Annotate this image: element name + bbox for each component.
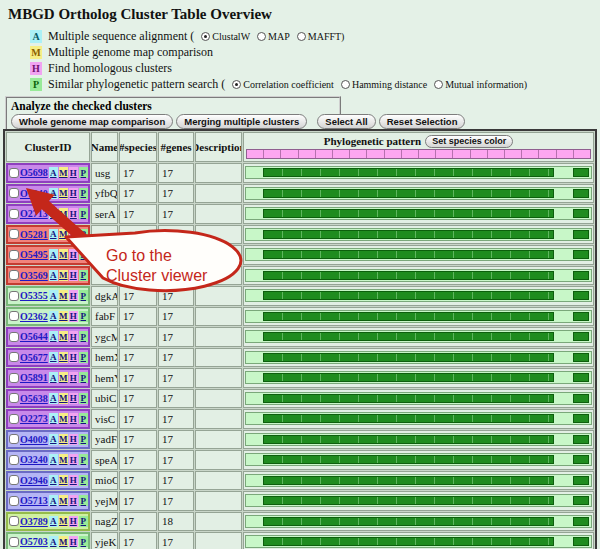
alignment-action-icon[interactable]: A	[49, 516, 58, 527]
genome-map-action-icon[interactable]: M	[59, 434, 68, 445]
phylogenetic-pattern-bar[interactable]	[245, 515, 592, 528]
genome-map-action-icon[interactable]: M	[59, 167, 68, 178]
alignment-action-icon[interactable]: A	[49, 393, 58, 404]
species-column-cell[interactable]	[522, 150, 539, 158]
row-checkbox[interactable]	[9, 516, 19, 526]
row-checkbox[interactable]	[9, 250, 19, 260]
genome-map-action-icon[interactable]: M	[59, 331, 68, 342]
homologous-action-icon[interactable]: H	[69, 331, 78, 342]
phylo-pattern-action-icon[interactable]: P	[79, 188, 88, 199]
phylogenetic-pattern-bar[interactable]	[245, 289, 592, 302]
phylogenetic-pattern-bar[interactable]	[245, 392, 592, 405]
cluster-id-link[interactable]: O5638	[20, 393, 48, 404]
species-column-cell[interactable]	[367, 150, 384, 158]
phylo-pattern-action-icon[interactable]: P	[79, 516, 88, 527]
species-column-cell[interactable]	[333, 150, 350, 158]
homologous-action-icon[interactable]: H	[69, 454, 78, 465]
row-checkbox[interactable]	[9, 168, 19, 178]
row-checkbox[interactable]	[9, 393, 19, 403]
phylogenetic-pattern-bar[interactable]	[245, 228, 592, 241]
phylogenetic-pattern-bar[interactable]	[245, 187, 592, 200]
cluster-id-link[interactable]: O2362	[20, 311, 48, 322]
phylo-pattern-action-icon[interactable]: P	[79, 495, 88, 506]
set-species-color-button[interactable]: Set species color	[425, 135, 513, 148]
cluster-id-link[interactable]: O2713	[20, 208, 48, 219]
species-column-cell[interactable]	[436, 150, 453, 158]
species-column-cell[interactable]	[281, 150, 298, 158]
phylogenetic-pattern-bar[interactable]	[245, 412, 592, 425]
species-column-cell[interactable]	[557, 150, 574, 158]
genome-map-action-icon[interactable]: M	[59, 249, 68, 260]
phylogenetic-pattern-bar[interactable]	[245, 248, 592, 261]
phylo-pattern-action-icon[interactable]: P	[79, 434, 88, 445]
alignment-action-icon[interactable]: A	[49, 311, 58, 322]
cluster-id-link[interactable]: O5677	[20, 352, 48, 363]
row-checkbox[interactable]	[9, 496, 19, 506]
phylo-pattern-action-icon[interactable]: P	[79, 249, 88, 260]
phylogenetic-pattern-bar[interactable]	[245, 166, 592, 179]
phylo-pattern-action-icon[interactable]: P	[79, 475, 88, 486]
species-column-cell[interactable]	[488, 150, 505, 158]
homologous-action-icon[interactable]: H	[69, 516, 78, 527]
alignment-action-icon[interactable]: A	[49, 372, 58, 383]
homologous-action-icon[interactable]: H	[69, 372, 78, 383]
genome-map-action-icon[interactable]: M	[59, 516, 68, 527]
row-checkbox[interactable]	[9, 209, 19, 219]
genome-map-action-icon[interactable]: M	[59, 290, 68, 301]
species-column-cell[interactable]	[505, 150, 522, 158]
species-column-cell[interactable]	[385, 150, 402, 158]
genome-map-action-icon[interactable]: M	[59, 311, 68, 322]
cluster-id-link[interactable]: O4009	[20, 434, 48, 445]
homologous-action-icon[interactable]: H	[69, 495, 78, 506]
species-column-cell[interactable]	[539, 150, 556, 158]
cluster-id-link[interactable]: O1240	[20, 188, 48, 199]
species-column-cell[interactable]	[419, 150, 436, 158]
phylogenetic-pattern-bar[interactable]	[245, 494, 592, 507]
cluster-id-link[interactable]: O3240	[20, 454, 48, 465]
homologous-action-icon[interactable]: H	[69, 188, 78, 199]
phylo-pattern-action-icon[interactable]: P	[79, 536, 88, 547]
alignment-action-icon[interactable]: A	[49, 536, 58, 547]
radio-hamming-distance[interactable]	[341, 80, 350, 89]
genome-map-action-icon[interactable]: M	[59, 475, 68, 486]
row-checkbox[interactable]	[9, 475, 19, 485]
row-checkbox[interactable]	[9, 188, 19, 198]
genome-map-action-icon[interactable]: M	[59, 536, 68, 547]
genome-map-action-icon[interactable]: M	[59, 495, 68, 506]
radio-mafft[interactable]	[297, 32, 306, 41]
alignment-action-icon[interactable]: A	[49, 208, 58, 219]
phylogenetic-pattern-bar[interactable]	[245, 474, 592, 487]
alignment-action-icon[interactable]: A	[49, 188, 58, 199]
radio-mutual-information[interactable]	[434, 80, 443, 89]
phylo-pattern-action-icon[interactable]: P	[79, 290, 88, 301]
row-checkbox[interactable]	[9, 455, 19, 465]
alignment-action-icon[interactable]: A	[49, 495, 58, 506]
genome-map-action-icon[interactable]: M	[59, 372, 68, 383]
radio-clustalw[interactable]	[201, 32, 210, 41]
species-column-cell[interactable]	[471, 150, 488, 158]
alignment-action-icon[interactable]: A	[49, 290, 58, 301]
row-checkbox[interactable]	[9, 229, 19, 239]
species-column-cell[interactable]	[316, 150, 333, 158]
cluster-id-link[interactable]: O3789	[20, 516, 48, 527]
alignment-action-icon[interactable]: A	[49, 167, 58, 178]
cluster-id-link[interactable]: O2946	[20, 475, 48, 486]
homologous-action-icon[interactable]: H	[69, 290, 78, 301]
homologous-action-icon[interactable]: H	[69, 352, 78, 363]
phylo-pattern-action-icon[interactable]: P	[79, 167, 88, 178]
homologous-action-icon[interactable]: H	[69, 270, 78, 281]
merging-multiple-clusters-button[interactable]: Merging multiple clusters	[176, 114, 307, 129]
genome-map-action-icon[interactable]: M	[59, 208, 68, 219]
cluster-id-link[interactable]: O2273	[20, 413, 48, 424]
phylogenetic-pattern-bar[interactable]	[245, 269, 592, 282]
homologous-action-icon[interactable]: H	[69, 311, 78, 322]
row-checkbox[interactable]	[9, 311, 19, 321]
alignment-action-icon[interactable]: A	[49, 413, 58, 424]
row-checkbox[interactable]	[9, 414, 19, 424]
whole-genome-map-comparison-button[interactable]: Whole genome map comparison	[11, 114, 173, 129]
select-all-button[interactable]: Select All	[317, 114, 375, 129]
row-checkbox[interactable]	[9, 352, 19, 362]
alignment-action-icon[interactable]: A	[49, 229, 58, 240]
phylogenetic-pattern-bar[interactable]	[245, 351, 592, 364]
phylogenetic-pattern-bar[interactable]	[245, 433, 592, 446]
